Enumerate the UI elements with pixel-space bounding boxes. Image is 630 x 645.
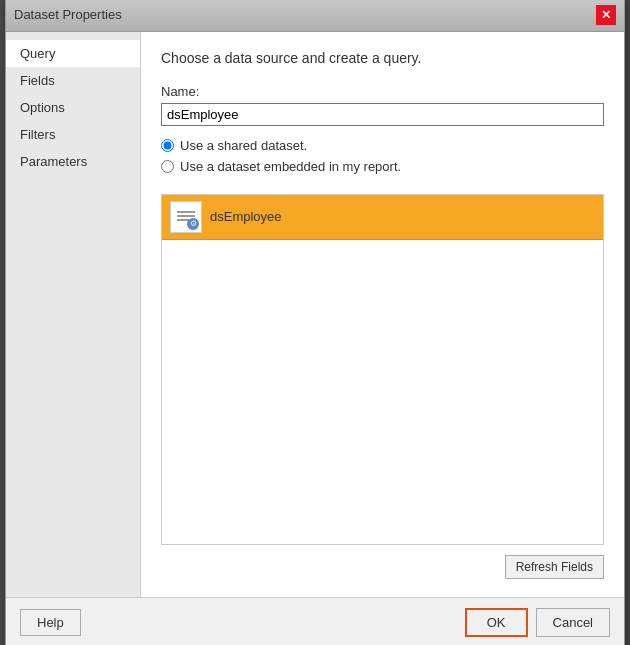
footer-right-buttons: OK Cancel: [465, 608, 610, 637]
dataset-list[interactable]: ⚙ dsEmployee: [161, 194, 604, 545]
radio-embedded-item[interactable]: Use a dataset embedded in my report.: [161, 159, 604, 174]
title-bar: Dataset Properties ✕: [6, 0, 624, 32]
radio-embedded-label: Use a dataset embedded in my report.: [180, 159, 401, 174]
sidebar-item-parameters[interactable]: Parameters: [6, 148, 140, 175]
radio-embedded[interactable]: [161, 160, 174, 173]
name-field-group: Name:: [161, 84, 604, 126]
dataset-list-item[interactable]: ⚙ dsEmployee: [162, 195, 603, 240]
refresh-btn-row: Refresh Fields: [161, 555, 604, 579]
radio-shared-label: Use a shared dataset.: [180, 138, 307, 153]
main-content: Choose a data source and create a query.…: [141, 32, 624, 597]
sidebar-item-options[interactable]: Options: [6, 94, 140, 121]
dataset-gear-icon: ⚙: [187, 218, 199, 230]
name-input[interactable]: [161, 103, 604, 126]
sidebar: Query Fields Options Filters Parameters: [6, 32, 141, 597]
cancel-button[interactable]: Cancel: [536, 608, 610, 637]
sidebar-item-fields[interactable]: Fields: [6, 67, 140, 94]
radio-shared-item[interactable]: Use a shared dataset.: [161, 138, 604, 153]
dataset-item-label: dsEmployee: [210, 209, 282, 224]
name-label: Name:: [161, 84, 604, 99]
page-description: Choose a data source and create a query.: [161, 50, 604, 66]
refresh-fields-button[interactable]: Refresh Fields: [505, 555, 604, 579]
radio-shared[interactable]: [161, 139, 174, 152]
sidebar-item-filters[interactable]: Filters: [6, 121, 140, 148]
dialog-footer: Help OK Cancel: [6, 597, 624, 646]
help-button[interactable]: Help: [20, 609, 81, 636]
close-button[interactable]: ✕: [596, 5, 616, 25]
ok-button[interactable]: OK: [465, 608, 528, 637]
sidebar-item-query[interactable]: Query: [6, 40, 140, 67]
dialog-title: Dataset Properties: [14, 7, 122, 22]
dataset-properties-dialog: Dataset Properties ✕ Query Fields Option…: [5, 0, 625, 645]
radio-group: Use a shared dataset. Use a dataset embe…: [161, 138, 604, 180]
dataset-item-icon: ⚙: [170, 201, 202, 233]
dialog-body: Query Fields Options Filters Parameters …: [6, 32, 624, 597]
